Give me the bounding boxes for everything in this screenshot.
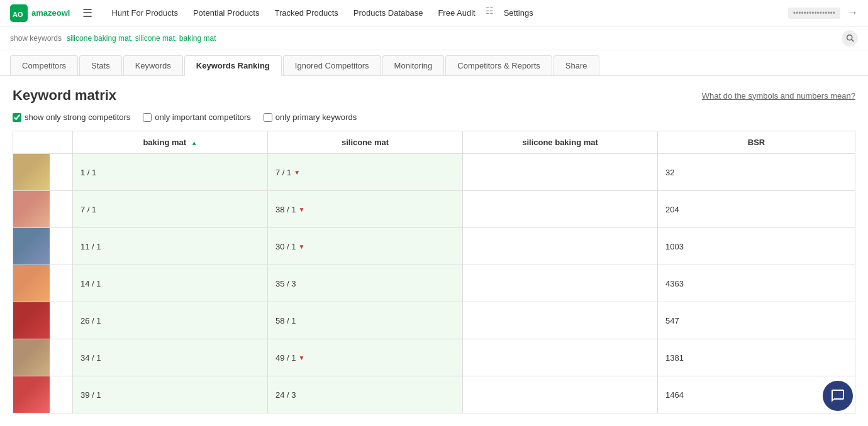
product-image-cell[interactable] xyxy=(13,376,73,413)
bsr-cell: 32 xyxy=(658,154,855,191)
col-header-silicone-baking-mat[interactable]: silicone baking mat xyxy=(463,131,658,154)
breadcrumb-keywords[interactable]: silicone baking mat, silicone mat, bakin… xyxy=(67,34,216,43)
col-silicone-mat-label: silicone mat xyxy=(342,138,389,147)
table-header-row: baking mat ▲ silicone mat silicone bakin… xyxy=(13,131,855,154)
product-image-cell[interactable] xyxy=(13,154,73,191)
logo-icon: AO xyxy=(10,4,28,22)
logout-icon[interactable]: → xyxy=(847,6,858,19)
tab-keywords-ranking[interactable]: Keywords Ranking xyxy=(184,55,282,76)
hamburger-menu[interactable]: ☰ xyxy=(82,6,92,20)
rank-down-icon: ▼ xyxy=(299,206,305,213)
bsr-cell: 547 xyxy=(658,302,855,339)
bsr-cell: 1003 xyxy=(658,228,855,265)
table-row: 39 / 124 / 31464 xyxy=(13,376,855,413)
search-icon xyxy=(846,34,854,42)
baking-mat-cell: 7 / 1 xyxy=(73,191,268,228)
col-header-baking-mat[interactable]: baking mat ▲ xyxy=(73,131,268,154)
filter-strong[interactable]: show only strong competitors xyxy=(13,112,130,122)
table-row: 1 / 17 / 1▼32 xyxy=(13,154,855,191)
filter-primary-label: only primary keywords xyxy=(275,112,357,122)
product-image-cell[interactable] xyxy=(13,339,73,376)
baking-mat-cell: 1 / 1 xyxy=(73,154,268,191)
nav-db[interactable]: Products Database xyxy=(347,6,430,20)
logo[interactable]: AO amazeowl xyxy=(10,4,70,22)
col-header-silicone-mat[interactable]: silicone mat xyxy=(268,131,463,154)
svg-line-3 xyxy=(851,40,853,41)
silicone-mat-cell: 24 / 3 xyxy=(268,376,463,413)
help-link[interactable]: What do the symbols and numbers mean? xyxy=(702,91,855,101)
filter-important-label: only important competitors xyxy=(155,112,250,122)
silicone-mat-value: 49 / 1▼ xyxy=(268,339,462,376)
product-image-cell[interactable] xyxy=(13,265,73,302)
col-silicone-baking-mat-label: silicone baking mat xyxy=(522,138,598,147)
logo-text: amazeowl xyxy=(31,8,70,18)
baking-mat-value: 26 / 1 xyxy=(73,302,267,339)
tab-share[interactable]: Share xyxy=(554,55,599,75)
table-row: 14 / 135 / 34363 xyxy=(13,265,855,302)
baking-mat-value: 1 / 1 xyxy=(73,154,267,190)
keyword-matrix-table: baking mat ▲ silicone mat silicone bakin… xyxy=(13,131,855,413)
filter-primary[interactable]: only primary keywords xyxy=(264,112,357,122)
breadcrumb-bar: show keywords silicone baking mat, silic… xyxy=(0,26,868,50)
tab-monitoring[interactable]: Monitoring xyxy=(382,55,445,75)
silicone-mat-cell: 30 / 1▼ xyxy=(268,228,463,265)
content-header: Keyword matrix What do the symbols and n… xyxy=(13,87,855,104)
silicone-mat-value: 30 / 1▼ xyxy=(268,228,462,265)
nav-tracked[interactable]: Tracked Products xyxy=(268,6,344,20)
col-header-bsr[interactable]: BSR xyxy=(658,131,855,154)
grid-icon: ☷ xyxy=(486,6,494,20)
baking-mat-value: 11 / 1 xyxy=(73,228,267,265)
product-thumbnail xyxy=(13,228,50,265)
tab-keywords[interactable]: Keywords xyxy=(123,55,183,75)
silicone-baking-mat-cell xyxy=(463,376,658,413)
product-thumbnail xyxy=(13,191,50,227)
silicone-baking-mat-cell xyxy=(463,339,658,376)
filter-important-checkbox[interactable] xyxy=(143,113,152,122)
search-button[interactable] xyxy=(842,30,858,46)
baking-mat-cell: 11 / 1 xyxy=(73,228,268,265)
product-thumbnail xyxy=(13,339,50,376)
bsr-cell: 4363 xyxy=(658,265,855,302)
silicone-mat-cell: 38 / 1▼ xyxy=(268,191,463,228)
silicone-mat-cell: 58 / 1 xyxy=(268,302,463,339)
silicone-baking-mat-value xyxy=(463,265,657,302)
baking-mat-value: 14 / 1 xyxy=(73,265,267,302)
bsr-value: 1381 xyxy=(658,339,855,376)
tab-ignored-competitors[interactable]: Ignored Competitors xyxy=(283,55,381,75)
rank-down-icon: ▼ xyxy=(299,243,305,250)
table-row: 26 / 158 / 1547 xyxy=(13,302,855,339)
chat-button[interactable] xyxy=(823,381,853,411)
filter-strong-checkbox[interactable] xyxy=(13,113,21,122)
bsr-value: 1003 xyxy=(658,228,855,265)
filter-important[interactable]: only important competitors xyxy=(143,112,250,122)
silicone-mat-cell: 7 / 1▼ xyxy=(268,154,463,191)
product-thumbnail xyxy=(13,265,50,302)
col-bsr-label: BSR xyxy=(748,138,765,147)
baking-mat-cell: 39 / 1 xyxy=(73,376,268,413)
silicone-baking-mat-value xyxy=(463,339,657,376)
nav-links: Hunt For Products Potential Products Tra… xyxy=(105,6,539,20)
filter-primary-checkbox[interactable] xyxy=(264,113,272,122)
silicone-mat-value: 58 / 1 xyxy=(268,302,462,339)
svg-point-2 xyxy=(847,35,852,40)
baking-mat-cell: 34 / 1 xyxy=(73,339,268,376)
nav-hunt[interactable]: Hunt For Products xyxy=(105,6,184,20)
product-image-cell[interactable] xyxy=(13,302,73,339)
tab-stats[interactable]: Stats xyxy=(79,55,122,75)
silicone-mat-cell: 49 / 1▼ xyxy=(268,339,463,376)
tab-competitors[interactable]: Competitors xyxy=(10,55,78,75)
product-image-cell[interactable] xyxy=(13,228,73,265)
silicone-mat-value: 24 / 3 xyxy=(268,376,462,413)
nav-settings[interactable]: Settings xyxy=(498,6,540,20)
bsr-value: 32 xyxy=(658,154,855,190)
silicone-baking-mat-cell xyxy=(463,265,658,302)
silicone-baking-mat-value xyxy=(463,302,657,339)
svg-text:AO: AO xyxy=(13,11,23,18)
nav-audit[interactable]: Free Audit xyxy=(431,6,481,20)
nav-right: •••••••••••••••• → xyxy=(788,6,858,19)
table-row: 34 / 149 / 1▼1381 xyxy=(13,339,855,376)
tab-competitors-reports[interactable]: Competitors & Reports xyxy=(445,55,552,75)
product-image-cell[interactable] xyxy=(13,191,73,228)
nav-potential[interactable]: Potential Products xyxy=(187,6,266,20)
silicone-mat-value: 35 / 3 xyxy=(268,265,462,302)
